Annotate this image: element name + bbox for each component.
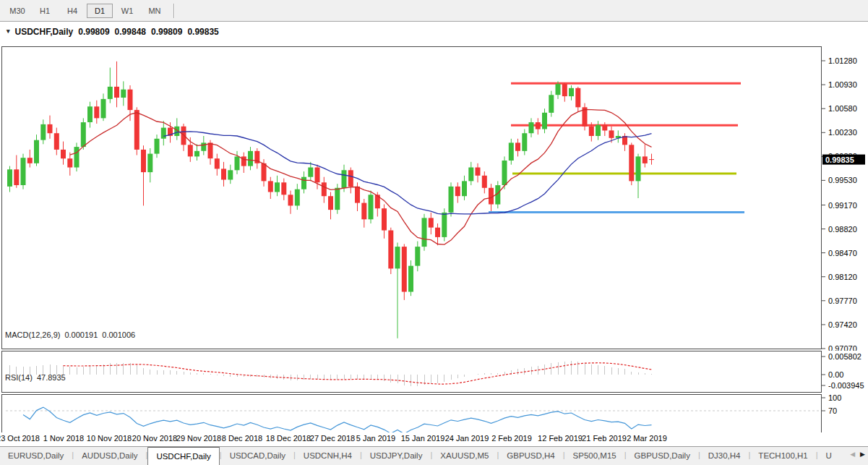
- toolbar-separator: [173, 4, 175, 18]
- timeframe-button-h1[interactable]: H1: [32, 4, 58, 18]
- timeframe-button-h4[interactable]: H4: [59, 4, 85, 18]
- trading-terminal-window: M30H1H4D1W1MN 1.012801.009301.005801.002…: [0, 0, 868, 465]
- svg-text:0.98820: 0.98820: [828, 225, 857, 234]
- chart-tab-usdcnh-h4[interactable]: USDCNH,H4: [296, 447, 360, 465]
- ohlc-high: 0.99848: [115, 27, 146, 37]
- chart-tab-usdchf-daily[interactable]: USDCHF,Daily: [147, 446, 219, 465]
- chart-tab-eurusd-daily[interactable]: EURUSD,Daily: [0, 447, 72, 465]
- date-axis-label: 24 Jan 2019: [445, 434, 489, 443]
- svg-text:100: 100: [828, 393, 841, 402]
- timeframe-button-d1[interactable]: D1: [87, 4, 113, 18]
- macd-main-value: 0.000191: [64, 330, 98, 339]
- chart-tab-audusd-daily[interactable]: AUDUSD,Daily: [74, 447, 145, 465]
- chart-tab-usdjpy-daily[interactable]: USDJPY,Daily: [362, 447, 431, 465]
- chart-tab-dj30-h4[interactable]: DJ30,H4: [700, 447, 749, 465]
- svg-text:0.98470: 0.98470: [828, 249, 857, 257]
- date-axis-label: 21 Feb 2019: [582, 434, 627, 443]
- collapse-triangle-icon[interactable]: ▾: [7, 27, 10, 37]
- svg-text:0.99835: 0.99835: [825, 155, 854, 164]
- chart-tab-sp500-m15[interactable]: SP500,M15: [565, 447, 624, 465]
- macd-signal-value: 0.001006: [102, 330, 135, 339]
- ohlc-close: 0.99835: [187, 27, 218, 37]
- scroll-tabs-right-icon[interactable]: ▶: [860, 451, 865, 458]
- svg-text:0.005802: 0.005802: [828, 352, 861, 361]
- symbol-ohlc-header: ▾ USDCHF,Daily 0.99809 0.99848 0.99809 0…: [7, 27, 219, 37]
- date-axis-label: 5 Jan 2019: [356, 434, 395, 443]
- chart-tab-gbpusd-h4[interactable]: GBPUSD,H4: [499, 447, 562, 465]
- rsi-value: 47.8935: [37, 373, 66, 382]
- date-axis-label: 29 Nov 2018: [176, 434, 221, 443]
- scroll-tabs-left-icon[interactable]: ◀: [850, 451, 855, 458]
- timeframe-button-mn[interactable]: MN: [142, 4, 168, 18]
- date-axis-label: 15 Jan 2019: [401, 434, 445, 443]
- ohlc-low: 0.99809: [151, 27, 182, 37]
- tab-scroll-controls: ◀ ▶: [847, 451, 865, 458]
- date-axis-label: 27 Dec 2018: [310, 434, 355, 443]
- svg-text:0.99530: 0.99530: [828, 176, 857, 184]
- date-axis-label: 1 Nov 2018: [43, 434, 84, 443]
- chart-tab-bar: EURUSD,Daily|AUDUSD,Daily|USDCHF,Daily|U…: [0, 446, 868, 465]
- date-axis-label: 12 Feb 2019: [538, 434, 583, 443]
- chart-tab-gbpusd-daily[interactable]: GBPUSD,Daily: [627, 447, 698, 465]
- ohlc-open: 0.99809: [78, 27, 109, 37]
- chart-tab-tech100-h1[interactable]: TECH100,H1: [750, 447, 815, 465]
- date-axis[interactable]: 23 Oct 20181 Nov 201810 Nov 201820 Nov 2…: [0, 432, 868, 446]
- chart-tab-usdcad-daily[interactable]: USDCAD,Daily: [222, 447, 293, 465]
- rsi-header: RSI(14) 47.8935: [5, 373, 66, 382]
- svg-text:0.97420: 0.97420: [828, 320, 857, 329]
- date-axis-label: 20 Nov 2018: [132, 434, 177, 443]
- svg-text:-0.003945: -0.003945: [828, 381, 864, 390]
- chart-window: 1.012801.009301.005801.002300.998800.995…: [0, 22, 868, 432]
- chart-tab-u[interactable]: U: [818, 447, 840, 465]
- rsi-label: RSI(14): [5, 373, 33, 382]
- macd-panel[interactable]: 0.0058020.00-0.003945: [0, 350, 868, 393]
- chart-symbol: USDCHF,Daily: [15, 27, 74, 37]
- svg-text:0.00: 0.00: [828, 370, 843, 379]
- chart-tab-xauusd-m5[interactable]: XAUUSD,M5: [432, 447, 497, 465]
- svg-text:1.00230: 1.00230: [828, 128, 857, 137]
- svg-text:0.99170: 0.99170: [828, 201, 857, 210]
- svg-text:0.98120: 0.98120: [828, 273, 857, 281]
- date-axis-label: 2 Mar 2019: [627, 434, 667, 443]
- date-axis-label: 8 Dec 2018: [222, 434, 262, 443]
- timeframe-button-w1[interactable]: W1: [114, 4, 140, 18]
- timeframe-toolbar: M30H1H4D1W1MN: [0, 0, 868, 21]
- macd-label: MACD(12,26,9): [5, 330, 60, 339]
- svg-text:1.00930: 1.00930: [828, 80, 857, 89]
- date-axis-label: 23 Oct 2018: [0, 434, 40, 443]
- svg-text:1.00580: 1.00580: [828, 104, 857, 113]
- date-axis-label: 18 Dec 2018: [266, 434, 311, 443]
- date-axis-label: 10 Nov 2018: [87, 434, 132, 443]
- svg-text:70: 70: [828, 406, 837, 415]
- svg-text:1.01280: 1.01280: [828, 56, 857, 65]
- macd-header: MACD(12,26,9) 0.000191 0.001006: [5, 330, 135, 339]
- price-chart-panel[interactable]: 1.012801.009301.005801.002300.998800.995…: [0, 46, 868, 351]
- date-axis-label: 2 Feb 2019: [491, 434, 532, 443]
- svg-text:0.97770: 0.97770: [828, 297, 857, 305]
- timeframe-button-m30[interactable]: M30: [4, 4, 30, 18]
